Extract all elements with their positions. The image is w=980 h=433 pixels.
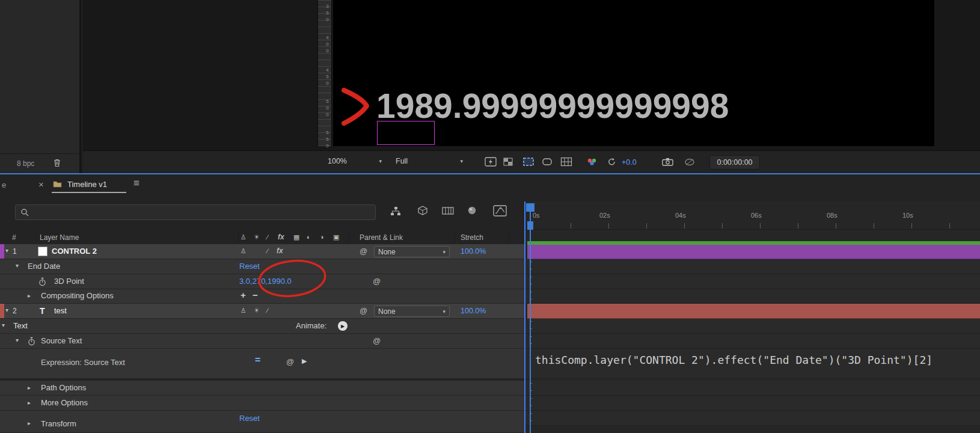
pick-whip-icon[interactable]: @ (286, 358, 294, 366)
track-row[interactable]: [ (525, 274, 980, 289)
chevron-right-icon[interactable]: ▸ (28, 293, 31, 299)
track-row[interactable]: [ (525, 259, 980, 274)
grid-guides-icon[interactable] (560, 157, 572, 167)
chevron-down-icon[interactable]: ▾ (2, 322, 5, 328)
timecode-box[interactable]: 0:00:00:00 (709, 155, 760, 170)
chevron-down-icon[interactable]: ▾ (16, 337, 19, 343)
time-ruler-ticks[interactable] (533, 223, 980, 229)
stretch-value[interactable]: 100.0% (461, 307, 486, 315)
remove-mask-ref-button[interactable]: − (253, 290, 258, 300)
zoom-dropdown[interactable]: 100% ▾ (328, 157, 382, 165)
motion-blur-icon[interactable]: ◐ (307, 234, 311, 241)
shy-icon[interactable]: ♙ (240, 234, 247, 241)
layer-bar-test[interactable] (527, 304, 980, 319)
channels-icon[interactable] (587, 158, 598, 166)
mask-visibility-icon[interactable] (542, 158, 553, 166)
layer-row-test[interactable]: ▾ 2 T test ♙ ☀ ∕ @ None ▾ 100.0% (0, 304, 524, 319)
threed-layer-icon[interactable]: ▣ (333, 234, 339, 241)
quality-icon[interactable]: ∕ (267, 248, 268, 254)
track-row[interactable]: [ (525, 396, 980, 411)
expression-editor-row[interactable]: thisComp.layer("CONTROL 2").effect("End … (525, 349, 980, 379)
resolution-dropdown[interactable]: Full ▾ (396, 157, 463, 165)
frame-blend-toggle-icon[interactable] (442, 206, 454, 215)
tab-close-icon[interactable]: × (38, 179, 44, 189)
stretch-value[interactable]: 100.0% (461, 247, 486, 256)
pick-whip-icon[interactable]: @ (360, 307, 367, 315)
composition-view[interactable]: 1989.99999999999998 (333, 0, 934, 146)
track-area[interactable]: 0s 02s 04s 06s 08s 10s [ [ [ (524, 201, 980, 433)
transparency-grid-icon[interactable] (503, 158, 513, 166)
layer-color-label[interactable] (0, 304, 4, 318)
chevron-right-icon[interactable]: ▸ (28, 385, 31, 391)
chevron-right-icon[interactable]: ▸ (28, 420, 31, 426)
pick-whip-icon[interactable]: @ (373, 337, 381, 345)
text-layer-bbox[interactable] (377, 121, 435, 145)
property-group-text[interactable]: ▾ Text Animate: ▶ (0, 319, 524, 334)
layer-name[interactable]: CONTROL 2 (52, 247, 97, 256)
chevron-down-icon[interactable]: ▾ (5, 307, 8, 313)
region-of-interest-icon[interactable] (522, 157, 534, 167)
property-row-3d-point[interactable]: 3D Point 3.0,270,1990.0 @ (0, 274, 524, 289)
column-layer-name[interactable]: Layer Name (40, 233, 79, 242)
stopwatch-icon[interactable] (38, 277, 46, 286)
point3d-value[interactable]: 3.0,270,1990.0 (239, 277, 292, 286)
playhead-line[interactable] (530, 203, 531, 433)
shy-icon[interactable]: ♙ (240, 248, 247, 254)
layer-row-control2[interactable]: ▾ 1 CONTROL 2 ♙ ∕ fx @ None ▾ 100.0% (0, 244, 524, 259)
add-mask-ref-button[interactable]: + (240, 290, 246, 300)
column-number[interactable]: # (12, 233, 16, 242)
property-group-end-date[interactable]: ▾ End Date Reset (0, 259, 524, 274)
expression-graph-icon[interactable]: ▶ (302, 357, 307, 365)
property-group-transform[interactable]: ▸ Transform Reset (0, 411, 524, 433)
expression-code[interactable]: thisComp.layer("CONTROL 2").effect("End … (535, 354, 933, 366)
draft-3d-icon[interactable] (417, 206, 428, 215)
layer-name[interactable]: test (54, 306, 67, 315)
snapshot-camera-icon[interactable] (662, 158, 673, 166)
stopwatch-icon[interactable] (28, 337, 35, 346)
fx-icon[interactable]: fx (278, 233, 284, 241)
property-group-more-options[interactable]: ▸ More Options (0, 396, 524, 411)
chevron-right-icon[interactable]: ▸ (28, 400, 31, 406)
pick-whip-icon[interactable]: @ (360, 247, 367, 255)
trash-icon[interactable] (53, 158, 61, 167)
panel-menu-icon[interactable]: ≡ (133, 177, 139, 189)
fast-preview-icon[interactable] (485, 157, 497, 167)
animate-play-button[interactable]: ▶ (338, 321, 348, 331)
property-group-compositing[interactable]: ▸ Compositing Options + − (0, 289, 524, 304)
reset-exposure-icon[interactable] (607, 158, 616, 166)
pick-whip-icon[interactable]: @ (373, 277, 381, 285)
frame-blend-icon[interactable]: ▦ (293, 234, 299, 241)
comp-flowchart-icon[interactable] (390, 206, 402, 216)
adjustment-layer-icon[interactable]: ◑ (320, 234, 324, 241)
playhead-head[interactable] (526, 203, 534, 212)
search-input[interactable] (15, 204, 376, 220)
motion-blur-toggle-icon[interactable] (467, 206, 477, 215)
reset-button[interactable]: Reset (239, 414, 260, 423)
graph-editor-icon[interactable] (493, 205, 507, 216)
cont-raster-icon[interactable]: ☀ (254, 234, 260, 241)
expression-row[interactable]: Expression: Source Text = @ ▶ (0, 349, 524, 379)
chevron-down-icon[interactable]: ▾ (5, 248, 8, 254)
layer-color-label[interactable] (0, 244, 4, 259)
column-stretch[interactable]: Stretch (461, 233, 483, 242)
shy-icon[interactable]: ♙ (240, 307, 247, 314)
quality-icon[interactable]: ∕ (267, 307, 268, 314)
quality-icon[interactable]: ∕ (267, 234, 268, 241)
expression-enable-icon[interactable]: = (255, 355, 260, 366)
property-row-source-text[interactable]: ▾ Source Text @ (0, 334, 524, 349)
layer-swatch[interactable] (38, 247, 47, 256)
track-row[interactable]: [ (525, 289, 980, 304)
track-row[interactable]: [ (525, 319, 980, 334)
property-group-path-options[interactable]: ▸ Path Options (0, 381, 524, 396)
tab-partial[interactable]: e (2, 180, 6, 189)
fx-icon[interactable]: fx (277, 247, 283, 254)
track-row[interactable]: [ (525, 411, 980, 426)
cont-raster-icon[interactable]: ☀ (254, 307, 260, 314)
bpc-label[interactable]: 8 bpc (17, 159, 34, 168)
vertical-ruler[interactable]: 350 400 450 500 550 (317, 0, 332, 146)
track-row[interactable]: [ (525, 334, 980, 349)
exposure-value[interactable]: +0.0 (622, 158, 637, 167)
chevron-down-icon[interactable]: ▾ (16, 263, 19, 269)
track-row[interactable]: [ (525, 381, 980, 396)
parent-dropdown[interactable]: None ▾ (374, 246, 450, 257)
